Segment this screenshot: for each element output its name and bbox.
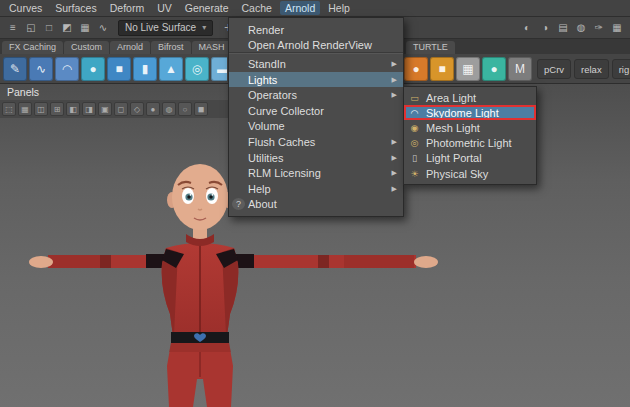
panel-toolbar: ⬚▦◫⊞◧◨▣◻◇●◍○◼ bbox=[0, 100, 232, 118]
sphere-orange-icon[interactable]: ● bbox=[404, 57, 428, 81]
menu-item-label: Utilities bbox=[248, 152, 388, 164]
statusline-right-group: ◐◑▤◍✑▦ bbox=[518, 19, 626, 36]
menu-item-icon bbox=[232, 136, 245, 148]
arnold-menu-item-volume[interactable]: Volume ▶ bbox=[229, 119, 403, 135]
menu-item-label: Light Portal bbox=[426, 152, 530, 164]
menu-item-label: About bbox=[248, 198, 388, 210]
safe-title-icon[interactable]: ◻ bbox=[114, 102, 128, 116]
grid-white-icon[interactable]: ▦ bbox=[456, 57, 480, 81]
light-type-icon: ◉ bbox=[408, 123, 421, 133]
menubar-item-surfaces[interactable]: Surfaces bbox=[50, 1, 101, 15]
light-type-icon: ◠ bbox=[408, 108, 421, 118]
shelf-tab-custom[interactable]: Custom bbox=[64, 41, 109, 54]
paint-effects-icon[interactable]: ✑ bbox=[590, 19, 608, 36]
resolution-gate-icon[interactable]: ⊞ bbox=[50, 102, 64, 116]
live-surface-dropdown[interactable]: No Live Surface ▾ bbox=[118, 20, 213, 36]
character-belt-legs bbox=[167, 332, 233, 407]
hypershade-icon[interactable]: ◍ bbox=[572, 19, 590, 36]
light-type-icon: ◎ bbox=[408, 138, 421, 148]
menu-item-icon bbox=[232, 24, 245, 36]
ep-curve-icon[interactable]: ∿ bbox=[29, 57, 53, 81]
menubar-item-generate[interactable]: Generate bbox=[180, 1, 234, 15]
field-chart-icon[interactable]: ◨ bbox=[82, 102, 96, 116]
menu-item-icon bbox=[232, 74, 245, 86]
arnold-menu-item-operators[interactable]: Operators ▶ bbox=[229, 87, 403, 103]
arnold-menu-item-lights[interactable]: Lights ▶ bbox=[229, 72, 403, 88]
lights-toggle-icon[interactable]: ○ bbox=[178, 102, 192, 116]
menubar-item-deform[interactable]: Deform bbox=[105, 1, 149, 15]
arnold-menu-dropdown: Render ▶ Open Arnold RenderView ▶ StandI… bbox=[228, 17, 404, 217]
arnold-menu-item-open-renderview[interactable]: Open Arnold RenderView ▶ bbox=[229, 38, 403, 54]
shelf-button-relax[interactable]: relax bbox=[574, 59, 609, 79]
arnold-menu-item-flush-caches[interactable]: Flush Caches ▶ bbox=[229, 134, 403, 150]
shelf-button-pcrv[interactable]: pCrv bbox=[537, 59, 571, 79]
arnold-menu-item-curve-collector[interactable]: Curve Collector ▶ bbox=[229, 103, 403, 119]
lights-menu-item-photometric-light[interactable]: ◎ Photometric Light bbox=[404, 136, 536, 151]
layout-grid-icon[interactable]: ▦ bbox=[608, 19, 626, 36]
arnold-menu-item-utilities[interactable]: Utilities ▶ bbox=[229, 150, 403, 166]
shelf-tab-turtle[interactable]: TURTLE bbox=[406, 41, 455, 54]
select-by-object-icon[interactable]: □ bbox=[40, 19, 58, 36]
sidebar-toggle-icon[interactable]: ≡ bbox=[4, 19, 22, 36]
sphere-icon[interactable]: ● bbox=[81, 57, 105, 81]
lights-menu-item-skydome-light[interactable]: ◠ Skydome Light bbox=[404, 105, 536, 120]
shelf-tab-mash[interactable]: MASH bbox=[192, 41, 232, 54]
menu-item-icon bbox=[232, 152, 245, 164]
sphere-teal-icon[interactable]: ● bbox=[482, 57, 506, 81]
render-settings-icon[interactable]: ▤ bbox=[554, 19, 572, 36]
shelf-tab-arnold[interactable]: Arnold bbox=[110, 41, 150, 54]
menubar-item-cache[interactable]: Cache bbox=[237, 1, 277, 15]
arnold-menu-item-render[interactable]: Render ▶ bbox=[229, 22, 403, 38]
torus-icon[interactable]: ◎ bbox=[185, 57, 209, 81]
snap-to-grid-icon[interactable]: ▦ bbox=[76, 19, 94, 36]
plane-icon[interactable]: ▬ bbox=[211, 57, 227, 81]
cone-icon[interactable]: ▲ bbox=[159, 57, 183, 81]
menu-item-icon: ? bbox=[232, 198, 245, 210]
menu-item-label: Flush Caches bbox=[248, 136, 388, 148]
shelf-tab-fx-caching[interactable]: FX Caching bbox=[2, 41, 63, 54]
panel-menu-panels[interactable]: Panels bbox=[7, 86, 39, 98]
arnold-menu-item-help[interactable]: Help ▶ bbox=[229, 181, 403, 197]
render-view-icon[interactable]: ◐ bbox=[518, 19, 536, 36]
select-by-component-icon[interactable]: ◩ bbox=[58, 19, 76, 36]
grid-toggle-icon[interactable]: ▦ bbox=[18, 102, 32, 116]
film-gate-icon[interactable]: ◫ bbox=[34, 102, 48, 116]
cube-orange-icon[interactable]: ■ bbox=[430, 57, 454, 81]
cylinder-icon[interactable]: ▮ bbox=[133, 57, 157, 81]
submenu-arrow-icon: ▶ bbox=[392, 169, 397, 177]
arnold-menu-item-about[interactable]: ? About ▶ bbox=[229, 197, 403, 213]
shaded-icon[interactable]: ● bbox=[146, 102, 160, 116]
select-by-hierarchy-icon[interactable]: ◱ bbox=[22, 19, 40, 36]
ipr-render-icon[interactable]: ◑ bbox=[536, 19, 554, 36]
safe-action-icon[interactable]: ▣ bbox=[98, 102, 112, 116]
arnold-menu-item-rlm-licensing[interactable]: RLM Licensing ▶ bbox=[229, 165, 403, 181]
lights-menu-item-light-portal[interactable]: ▯ Light Portal bbox=[404, 151, 536, 166]
cube-icon[interactable]: ■ bbox=[107, 57, 131, 81]
shelf-right-icons: ●■▦●M bbox=[404, 57, 532, 81]
menubar-item-help[interactable]: Help bbox=[323, 1, 355, 15]
menu-item-label: Lights bbox=[248, 74, 388, 86]
menubar-item-uv[interactable]: UV bbox=[152, 1, 177, 15]
menubar-item-curves[interactable]: Curves bbox=[4, 1, 47, 15]
menu-item-icon bbox=[232, 58, 245, 70]
shadows-toggle-icon[interactable]: ◼ bbox=[194, 102, 208, 116]
lights-menu-item-area-light[interactable]: ▭ Area Light bbox=[404, 90, 536, 105]
shelf-tab-bifrost[interactable]: Bifrost bbox=[151, 41, 191, 54]
lights-menu-item-physical-sky[interactable]: ☀ Physical Sky bbox=[404, 166, 536, 181]
shelf-button-rig[interactable]: rig bbox=[612, 59, 630, 79]
arnold-menu-item-standin[interactable]: StandIn ▶ bbox=[229, 56, 403, 72]
character-head bbox=[167, 164, 233, 230]
gate-mask-icon[interactable]: ◧ bbox=[66, 102, 80, 116]
arc-tool-icon[interactable]: ◠ bbox=[55, 57, 79, 81]
lights-menu-item-mesh-light[interactable]: ◉ Mesh Light bbox=[404, 120, 536, 135]
wireframe-icon[interactable]: ◇ bbox=[130, 102, 144, 116]
textured-icon[interactable]: ◍ bbox=[162, 102, 176, 116]
curve-pencil-icon[interactable]: ✎ bbox=[3, 57, 27, 81]
menu-item-label: Render bbox=[248, 24, 388, 36]
menubar-item-arnold[interactable]: Arnold bbox=[280, 1, 320, 15]
camera-select-icon[interactable]: ⬚ bbox=[2, 102, 16, 116]
shelf-tab-list: FX CachingCustomArnoldBifrostMASH bbox=[2, 41, 233, 54]
snap-to-curve-icon[interactable]: ∿ bbox=[94, 19, 112, 36]
light-type-icon: ▭ bbox=[408, 93, 421, 103]
maya-m-icon[interactable]: M bbox=[508, 57, 532, 81]
